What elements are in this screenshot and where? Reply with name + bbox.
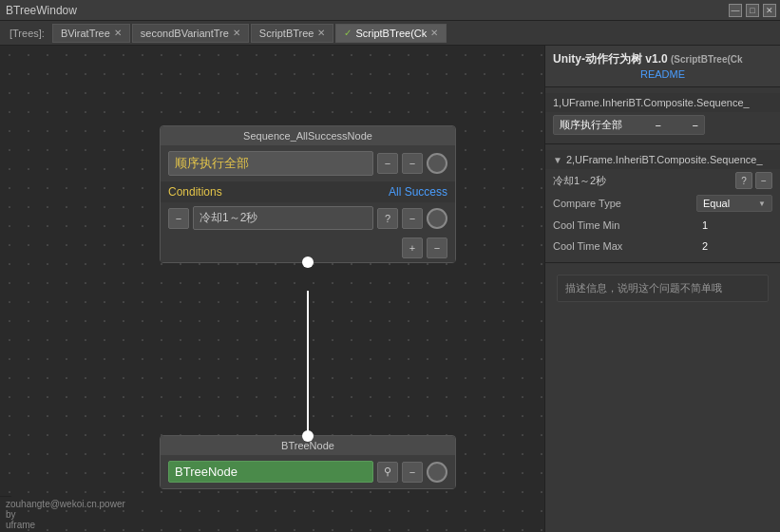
dropdown-arrow-icon: ▼ (758, 200, 766, 208)
section2-header: ▼ 2,UFrame.InheriBT.Composite.Sequence_ (545, 150, 780, 169)
cool-field-label: 冷却1～2秒 (553, 174, 606, 188)
right-section-2: ▼ 2,UFrame.InheriBT.Composite.Sequence_ … (545, 144, 780, 263)
title-bar-text: BTreeWindow (6, 4, 77, 17)
btree-minus-btn[interactable]: − (402, 462, 423, 483)
btree-node: BTreeNode BTreeNode ⚲ − (160, 435, 456, 489)
tab-bar: [Trees]: BViratTree ✕ secondBVariantTre … (0, 21, 780, 46)
tab-secondbvarianttree[interactable]: secondBVariantTre ✕ (132, 24, 249, 43)
add-btn[interactable]: + (402, 238, 423, 258)
seq-round-btn[interactable] (427, 153, 447, 174)
cool-row: − 冷却1～2秒 ? − (161, 202, 455, 234)
connection-line (307, 291, 309, 441)
cool-input[interactable]: 冷却1～2秒 (193, 206, 373, 230)
right-panel: Unity-动作行为树 v1.0 (ScriptBTree(Ck README … (544, 46, 780, 532)
main-area: Sequence_AllSuccessNode 顺序执行全部 − − Condi… (0, 46, 780, 532)
cool-remove-btn[interactable]: − (402, 208, 423, 229)
script-ref: (ScriptBTree(Ck (671, 54, 743, 65)
tab-label: ScriptBTree (259, 28, 314, 39)
description-area: 描述信息，说明这个问题不简单哦 (545, 263, 780, 314)
collapse-arrow-icon[interactable]: ▼ (553, 155, 562, 165)
conditions-row: Conditions All Success (161, 181, 455, 202)
seq-header: 顺序执行全部 − − (161, 145, 455, 181)
canvas-area[interactable]: Sequence_AllSuccessNode 顺序执行全部 − − Condi… (0, 46, 544, 532)
right-panel-title: Unity-动作行为树 v1.0 (ScriptBTree(Ck (553, 51, 743, 67)
cool-remove-btn-right[interactable]: − (755, 172, 772, 189)
tab-scriptbtreeck[interactable]: ✓ ScriptBTree(Ck ✕ (335, 24, 447, 43)
conditions-label: Conditions (168, 185, 389, 199)
section1-header: 1,UFrame.InheriBT.Composite.Sequence_ (545, 93, 780, 112)
all-success-label: All Success (389, 185, 447, 199)
right-section-1: 1,UFrame.InheriBT.Composite.Sequence_ 顺序… (545, 87, 780, 144)
cool-minus-btn[interactable]: − (168, 208, 189, 229)
remove-btn[interactable]: − (427, 238, 447, 258)
minus-icon[interactable]: − (656, 120, 661, 131)
tab-label: secondBVariantTre (141, 28, 229, 39)
tab-close-icon[interactable]: ✕ (317, 28, 325, 38)
cool-time-min-row: Cool Time Min 1 (545, 215, 780, 236)
btree-round-btn[interactable] (427, 462, 447, 483)
maximize-button[interactable]: □ (746, 4, 759, 17)
cool-question-btn-right[interactable]: ? (735, 172, 752, 189)
title-bar-controls: — □ ✕ (729, 4, 776, 17)
bottom-bar: zouhangte@wekoi.cn.power by uframe (0, 496, 11, 532)
tab-close-icon[interactable]: ✕ (114, 28, 122, 38)
cool-time-max-row: Cool Time Max 2 (545, 236, 780, 256)
seq-node-title: Sequence_AllSuccessNode (161, 126, 455, 145)
tab-check-icon: ✓ (344, 28, 352, 38)
right-panel-header: Unity-动作行为树 v1.0 (ScriptBTree(Ck README (545, 46, 780, 87)
tab-close-icon[interactable]: ✕ (233, 28, 240, 38)
description-text: 描述信息，说明这个问题不简单哦 (557, 275, 769, 302)
section1-value: 顺序执行全部 − − (553, 115, 705, 135)
tab-label: BViratTree (61, 28, 110, 39)
cool-time-max-value: 2 (696, 238, 772, 254)
close-icon[interactable]: − (693, 120, 698, 131)
minimize-button[interactable]: — (729, 4, 742, 17)
readme-link[interactable]: README (640, 68, 685, 80)
btree-pin-btn[interactable]: ⚲ (377, 462, 398, 483)
tab-scriptbtree[interactable]: ScriptBTree ✕ (251, 24, 334, 43)
cool-time-min-value: 1 (696, 218, 772, 233)
connector-dot-bottom (302, 256, 314, 268)
tab-bvirattree[interactable]: BViratTree ✕ (52, 24, 130, 43)
sequence-node: Sequence_AllSuccessNode 顺序执行全部 − − Condi… (160, 125, 456, 263)
cool-question-btn[interactable]: ? (377, 208, 398, 229)
trees-label: [Trees]: (4, 28, 50, 39)
cool-round-btn[interactable] (427, 208, 447, 229)
tab-label: ScriptBTree(Ck (355, 28, 427, 39)
compare-type-row: Compare Type Equal ▼ (545, 192, 780, 215)
title-bar: BTreeWindow — □ ✕ (0, 0, 780, 21)
seq-minus-btn[interactable]: − (377, 153, 398, 174)
btree-input[interactable]: BTreeNode (168, 461, 373, 483)
compare-type-dropdown[interactable]: Equal ▼ (696, 195, 772, 212)
seq-btn2[interactable]: − (402, 153, 423, 174)
cool-time-min-label: Cool Time Min (553, 219, 693, 231)
compare-type-label: Compare Type (553, 198, 693, 209)
connector-dot-top (302, 430, 314, 442)
cool-time-max-label: Cool Time Max (553, 240, 693, 252)
section1-field-row: 顺序执行全部 − − (545, 112, 780, 138)
close-button[interactable]: ✕ (763, 4, 776, 17)
seq-title-input[interactable]: 顺序执行全部 (168, 151, 373, 176)
btree-header: BTreeNode ⚲ − (161, 455, 455, 488)
tab-close-icon[interactable]: ✕ (430, 28, 438, 38)
cool-field-row: 冷却1～2秒 ? − (545, 169, 780, 192)
